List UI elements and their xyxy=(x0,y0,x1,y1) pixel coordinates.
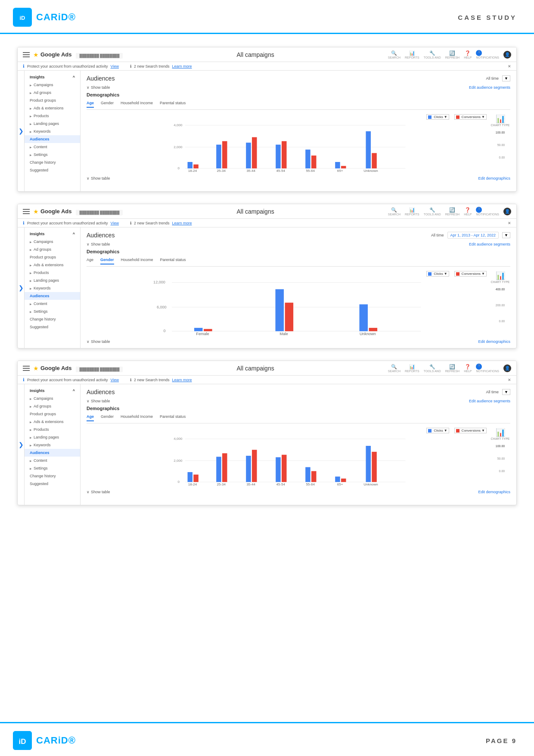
sidebar-adgroups-2[interactable]: Ad groups xyxy=(25,246,80,253)
sidebar-products-3[interactable]: Products xyxy=(25,426,80,433)
sidebar-adgroups[interactable]: Ad groups xyxy=(25,89,80,96)
show-table-btn-bottom-2[interactable]: ∨ Show table xyxy=(87,339,110,344)
sidebar-campaigns-3[interactable]: Campaigns xyxy=(25,395,80,402)
sidebar-suggested-2[interactable]: Suggested xyxy=(25,323,80,331)
help-icon[interactable]: ❓HELP xyxy=(464,50,472,59)
sidebar-suggested[interactable]: Suggested xyxy=(25,166,80,174)
reports-icon[interactable]: 📊REPORTS xyxy=(405,50,419,59)
demo-tab-income-1[interactable]: Household Income xyxy=(121,101,153,108)
tools-icon-3[interactable]: 🔧TOOLS AND xyxy=(424,364,441,373)
sidebar-settings-2[interactable]: Settings xyxy=(25,308,80,315)
search-topbar-icon-3[interactable]: 🔍SEARCH xyxy=(388,364,400,373)
clicks-legend-2[interactable]: Clicks ▼ xyxy=(426,271,449,277)
show-table-btn-top-2[interactable]: ∨ Show table xyxy=(87,242,110,246)
demo-tab-income-3[interactable]: Household Income xyxy=(121,414,153,421)
conversions-legend-3[interactable]: Conversions ▼ xyxy=(454,428,487,433)
demo-tab-gender-2[interactable]: Gender xyxy=(100,258,114,264)
conversions-legend-1[interactable]: Conversions ▼ xyxy=(454,114,487,120)
sidebar-keywords[interactable]: Keywords xyxy=(25,128,80,135)
insights-header[interactable]: Insights ^ xyxy=(25,73,80,81)
user-icon-2[interactable]: 👤 xyxy=(503,208,511,215)
hamburger-icon-2[interactable] xyxy=(23,209,30,214)
demo-tab-age-1[interactable]: Age xyxy=(87,101,94,108)
sidebar-audiences[interactable]: Audiences xyxy=(25,135,80,143)
sidebar-productgroups[interactable]: Product groups xyxy=(25,96,80,104)
sidebar-adgroups-3[interactable]: Ad groups xyxy=(25,402,80,410)
sidebar-productgroups-3[interactable]: Product groups xyxy=(25,410,80,418)
insights-header-2[interactable]: Insights ^ xyxy=(25,230,80,238)
alert-view-link-2[interactable]: View xyxy=(111,221,119,225)
refresh-icon-2[interactable]: 🔄REFRESH xyxy=(445,207,459,216)
help-icon-2[interactable]: ❓HELP xyxy=(464,207,472,216)
demo-tab-parental-1[interactable]: Parental status xyxy=(160,101,186,108)
learn-more-link-3[interactable]: Learn more xyxy=(172,378,192,382)
insights-header-3[interactable]: Insights ^ xyxy=(25,387,80,395)
reports-icon-3[interactable]: 📊REPORTS xyxy=(405,364,419,373)
date-range-picker-2[interactable]: Apr 1, 2013 - Apr 12, 2022 xyxy=(447,232,499,239)
alert-view-link-3[interactable]: View xyxy=(111,378,119,382)
user-icon[interactable]: 👤 xyxy=(503,51,511,59)
user-icon-3[interactable]: 👤 xyxy=(503,364,511,372)
tools-icon-2[interactable]: 🔧TOOLS AND xyxy=(424,207,441,216)
alert-close-3[interactable]: ✕ xyxy=(508,378,511,382)
reports-icon-2[interactable]: 📊REPORTS xyxy=(405,207,419,216)
show-table-btn-top-1[interactable]: ∨ Show table xyxy=(87,85,110,90)
learn-more-link-1[interactable]: Learn more xyxy=(172,64,192,68)
demo-tab-income-2[interactable]: Household Income xyxy=(121,258,153,264)
sidebar-change-history-2[interactable]: Change history xyxy=(25,315,80,323)
hamburger-icon[interactable] xyxy=(23,52,30,57)
sidebar-products-2[interactable]: Products xyxy=(25,269,80,277)
sidebar-ads-ext[interactable]: Ads & extensions xyxy=(25,104,80,112)
alert-close-2[interactable]: ✕ xyxy=(508,221,511,225)
demo-tab-parental-2[interactable]: Parental status xyxy=(160,258,186,264)
sidebar-productgroups-2[interactable]: Product groups xyxy=(25,253,80,261)
date-filter-dropdown-1[interactable]: ▼ xyxy=(502,75,510,81)
sidebar-audiences-2[interactable]: Audiences xyxy=(25,292,80,300)
demo-tab-age-3[interactable]: Age xyxy=(87,414,94,421)
notifications-icon[interactable]: 1 NOTIFICATIONS xyxy=(476,50,499,59)
notifications-icon-2[interactable]: 1 NOTIFICATIONS xyxy=(476,207,499,216)
search-topbar-icon[interactable]: 🔍SEARCH xyxy=(388,50,400,59)
sidebar-campaigns[interactable]: Campaigns xyxy=(25,81,80,89)
sidebar-change-history-3[interactable]: Change history xyxy=(25,472,80,480)
notifications-icon-3[interactable]: 1 NOTIFICATIONS xyxy=(476,364,499,373)
demo-tab-gender-3[interactable]: Gender xyxy=(101,414,114,421)
show-table-btn-bottom-1[interactable]: ∨ Show table xyxy=(87,176,110,180)
edit-demographics-btn-2[interactable]: Edit demographics xyxy=(478,339,510,344)
edit-audience-btn-1[interactable]: Edit audience segments xyxy=(469,85,510,90)
sidebar-settings[interactable]: Settings xyxy=(25,151,80,159)
search-topbar-icon-2[interactable]: 🔍SEARCH xyxy=(388,207,400,216)
show-table-btn-bottom-3[interactable]: ∨ Show table xyxy=(87,490,110,494)
sidebar-change-history[interactable]: Change history xyxy=(25,159,80,166)
sidebar-landing-3[interactable]: Landing pages xyxy=(25,433,80,441)
clicks-legend-1[interactable]: Clicks ▼ xyxy=(426,114,449,120)
chart-type-icon-2[interactable]: 📊 xyxy=(496,271,505,280)
sidebar-audiences-3[interactable]: Audiences xyxy=(25,449,80,457)
left-arrow-2[interactable]: ❯ xyxy=(18,227,25,348)
sidebar-keywords-3[interactable]: Keywords xyxy=(25,441,80,449)
date-filter-dropdown-3[interactable]: ▼ xyxy=(502,389,510,395)
sidebar-content-3[interactable]: Content xyxy=(25,457,80,464)
hamburger-icon-3[interactable] xyxy=(23,366,30,371)
date-filter-dropdown-2[interactable]: ▼ xyxy=(502,232,510,238)
sidebar-content[interactable]: Content xyxy=(25,143,80,151)
left-arrow-3[interactable]: ❯ xyxy=(18,384,25,505)
sidebar-ads-ext-2[interactable]: Ads & extensions xyxy=(25,261,80,269)
left-arrow-1[interactable]: ❯ xyxy=(18,71,25,191)
chart-type-icon-1[interactable]: 📊 xyxy=(496,114,505,124)
sidebar-suggested-3[interactable]: Suggested xyxy=(25,480,80,488)
edit-audience-btn-2[interactable]: Edit audience segments xyxy=(469,242,510,246)
demo-tab-parental-3[interactable]: Parental status xyxy=(160,414,186,421)
tools-icon[interactable]: 🔧TOOLS AND xyxy=(424,50,441,59)
sidebar-campaigns-2[interactable]: Campaigns xyxy=(25,238,80,246)
sidebar-ads-ext-3[interactable]: Ads & extensions xyxy=(25,418,80,426)
alert-view-link-1[interactable]: View xyxy=(111,64,119,68)
refresh-icon-3[interactable]: 🔄REFRESH xyxy=(445,364,459,373)
demo-tab-age-2[interactable]: Age xyxy=(87,258,93,264)
show-table-btn-top-3[interactable]: ∨ Show table xyxy=(87,399,110,403)
learn-more-link-2[interactable]: Learn more xyxy=(172,221,192,225)
demo-tab-gender-1[interactable]: Gender xyxy=(101,101,114,108)
sidebar-keywords-2[interactable]: Keywords xyxy=(25,284,80,292)
chart-type-icon-3[interactable]: 📊 xyxy=(496,428,505,437)
refresh-icon[interactable]: 🔄REFRESH xyxy=(445,50,459,59)
